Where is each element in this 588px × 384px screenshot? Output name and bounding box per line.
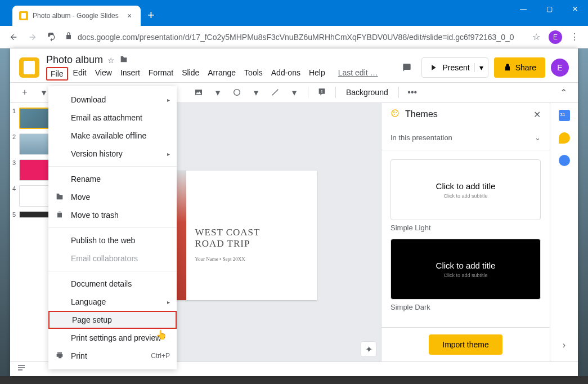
slide-title-1[interactable]: WEST COAST [195, 227, 308, 238]
menu-email-attachment[interactable]: Email as attachment [48, 109, 177, 127]
slide-subtitle[interactable]: Your Name • Sept 20XX [195, 256, 308, 262]
themes-title: Themes [405, 109, 528, 119]
last-edit-link[interactable]: Last edit … [335, 67, 381, 81]
speaker-notes-icon[interactable] [17, 363, 28, 374]
slides-favicon [19, 11, 28, 20]
svg-point-0 [234, 90, 240, 96]
svg-point-3 [396, 112, 397, 113]
share-button[interactable]: Share [494, 57, 545, 78]
collapse-toolbar-icon[interactable]: ⌃ [555, 84, 571, 100]
document-title[interactable]: Photo album [46, 54, 103, 66]
forward-button[interactable] [26, 30, 39, 44]
new-tab-button[interactable]: + [147, 8, 155, 23]
back-button[interactable] [7, 30, 20, 44]
url-display[interactable]: docs.google.com/presentation/d/17_fCo2y5… [64, 32, 524, 42]
menu-slide[interactable]: Slide [178, 67, 203, 81]
menu-help[interactable]: Help [306, 67, 329, 81]
shape-tool-icon[interactable] [229, 84, 245, 100]
svg-point-4 [394, 114, 395, 115]
thumbnail-1[interactable]: 1 [12, 108, 52, 129]
close-panel-icon[interactable]: ✕ [533, 109, 541, 120]
svg-point-1 [392, 110, 398, 117]
app-avatar[interactable]: E [551, 59, 569, 77]
menu-version-history[interactable]: Version history▸ [48, 145, 177, 163]
calendar-icon[interactable] [559, 110, 570, 121]
menu-move[interactable]: Move [48, 188, 177, 206]
menu-rename[interactable]: Rename [48, 170, 177, 188]
line-dropdown[interactable]: ▾ [286, 84, 302, 100]
present-button[interactable]: Present ▾ [421, 57, 488, 78]
cursor-icon: 👆 [156, 329, 167, 340]
menu-bar: File Edit View Insert Format Slide Arran… [46, 67, 381, 81]
keep-icon[interactable] [559, 132, 570, 144]
background-button[interactable]: Background [342, 88, 393, 97]
file-menu-dropdown: Download▸ Email as attachment Make avail… [48, 86, 177, 369]
browser-menu-button[interactable]: ⋮ [568, 30, 581, 44]
star-button[interactable]: ☆ [529, 30, 543, 44]
folder-icon [55, 192, 64, 203]
menu-format[interactable]: Format [145, 67, 177, 81]
chevron-right-icon[interactable]: › [563, 340, 565, 350]
svg-point-2 [393, 111, 395, 113]
thumbnail-2[interactable]: 2 [12, 133, 52, 155]
import-theme-button[interactable]: Import theme [429, 334, 502, 355]
theme-simple-light[interactable]: Click to add title Click to add subtitle… [390, 159, 541, 232]
menu-insert[interactable]: Insert [117, 67, 143, 81]
menu-arrange[interactable]: Arrange [204, 67, 239, 81]
menu-page-setup[interactable]: Page setup [48, 311, 177, 329]
right-rail: › [550, 103, 578, 361]
thumbnail-3[interactable]: 3 [12, 159, 52, 181]
close-tab-icon[interactable]: × [125, 11, 134, 20]
chevron-down-icon: ⌄ [535, 133, 541, 142]
close-window-button[interactable]: ✕ [562, 0, 588, 18]
menu-print[interactable]: PrintCtrl+P [48, 347, 177, 365]
menu-language[interactable]: Language▸ [48, 293, 177, 311]
menu-addons[interactable]: Add-ons [268, 67, 304, 81]
menu-download[interactable]: Download▸ [48, 91, 177, 109]
comments-button[interactable] [398, 59, 416, 77]
menu-publish[interactable]: Publish to the web [48, 231, 177, 249]
menu-trash[interactable]: Move to trash [48, 206, 177, 224]
menu-file[interactable]: File [46, 67, 68, 81]
themes-selector[interactable]: In this presentation ⌄ [381, 126, 550, 150]
thumbnail-4[interactable]: 4 [12, 185, 52, 207]
menu-doc-details[interactable]: Document details [48, 275, 177, 293]
browser-titlebar: Photo album - Google Slides × + — ▢ ✕ [0, 0, 588, 26]
themes-panel: Themes ✕ In this presentation ⌄ Click to… [381, 103, 550, 361]
themes-icon [390, 109, 400, 120]
print-icon [55, 351, 64, 361]
move-folder-icon[interactable] [119, 55, 128, 66]
explore-button[interactable]: ✦ [361, 341, 376, 357]
new-slide-button[interactable]: + [17, 84, 33, 100]
present-dropdown[interactable]: ▾ [474, 63, 483, 72]
line-tool-icon[interactable] [267, 84, 283, 100]
browser-addressbar: docs.google.com/presentation/d/17_fCo2y5… [0, 26, 588, 48]
menu-tools[interactable]: Tools [241, 67, 266, 81]
slide-title-2[interactable]: ROAD TRIP [195, 238, 308, 249]
more-tools-icon[interactable]: ••• [405, 84, 420, 100]
menu-view[interactable]: View [92, 67, 115, 81]
image-dropdown[interactable]: ▾ [210, 84, 226, 100]
thumbnail-5[interactable]: 5 [12, 211, 52, 218]
shape-dropdown[interactable]: ▾ [248, 84, 264, 100]
trash-icon [55, 210, 64, 221]
lock-icon [64, 32, 73, 42]
comment-tool-icon[interactable] [314, 84, 330, 100]
browser-avatar[interactable]: E [549, 30, 562, 44]
tasks-icon[interactable] [559, 155, 570, 166]
menu-email-collab: Email collaborators [48, 249, 177, 267]
menu-offline[interactable]: Make available offline [48, 127, 177, 145]
browser-tab[interactable]: Photo album - Google Slides × [12, 6, 141, 26]
menu-edit[interactable]: Edit [70, 67, 90, 81]
image-tool-icon[interactable] [191, 84, 207, 100]
star-icon[interactable]: ☆ [107, 56, 115, 65]
tab-title: Photo album - Google Slides [33, 12, 120, 20]
slides-logo[interactable] [19, 57, 39, 78]
reload-button[interactable] [45, 30, 59, 44]
theme-simple-dark[interactable]: Click to add title Click to add subtitle… [390, 239, 541, 311]
minimize-button[interactable]: — [510, 0, 536, 18]
maximize-button[interactable]: ▢ [536, 0, 562, 18]
